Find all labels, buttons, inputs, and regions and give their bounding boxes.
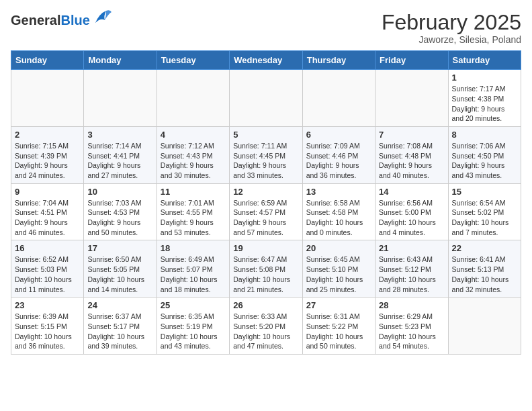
- day-info: Sunrise: 6:50 AM Sunset: 5:05 PM Dayligh…: [87, 255, 152, 294]
- calendar-cell: [157, 70, 229, 127]
- day-info: Sunrise: 6:37 AM Sunset: 5:17 PM Dayligh…: [87, 312, 152, 351]
- day-number: 19: [233, 243, 298, 253]
- calendar-table: SundayMondayTuesdayWednesdayThursdayFrid…: [11, 50, 521, 355]
- weekday-header-thursday: Thursday: [302, 51, 375, 70]
- calendar-cell: 18Sunrise: 6:49 AM Sunset: 5:07 PM Dayli…: [157, 240, 229, 298]
- day-number: 1: [452, 73, 517, 83]
- logo-text-general: General: [11, 13, 60, 28]
- calendar-cell: 6Sunrise: 7:09 AM Sunset: 4:46 PM Daylig…: [302, 126, 375, 183]
- page-title: February 2025: [382, 11, 521, 34]
- weekday-header-friday: Friday: [375, 51, 448, 70]
- day-number: 27: [306, 300, 371, 310]
- day-info: Sunrise: 7:04 AM Sunset: 4:51 PM Dayligh…: [15, 198, 80, 238]
- calendar-cell: 1Sunrise: 7:17 AM Sunset: 4:38 PM Daylig…: [448, 70, 521, 127]
- calendar-cell: 3Sunrise: 7:14 AM Sunset: 4:41 PM Daylig…: [84, 126, 157, 183]
- logo-bird-icon: [93, 8, 113, 30]
- calendar-cell: 24Sunrise: 6:37 AM Sunset: 5:17 PM Dayli…: [84, 298, 157, 355]
- calendar-cell: 19Sunrise: 6:47 AM Sunset: 5:08 PM Dayli…: [230, 240, 302, 298]
- day-number: 14: [379, 187, 444, 197]
- calendar-cell: 15Sunrise: 6:54 AM Sunset: 5:02 PM Dayli…: [448, 183, 521, 240]
- day-number: 12: [233, 187, 298, 197]
- day-info: Sunrise: 6:52 AM Sunset: 5:03 PM Dayligh…: [15, 255, 80, 294]
- day-number: 7: [379, 130, 444, 140]
- day-info: Sunrise: 6:58 AM Sunset: 4:58 PM Dayligh…: [306, 198, 371, 238]
- day-number: 13: [306, 187, 371, 197]
- calendar-cell: 27Sunrise: 6:31 AM Sunset: 5:22 PM Dayli…: [302, 298, 375, 355]
- day-info: Sunrise: 7:08 AM Sunset: 4:48 PM Dayligh…: [379, 141, 444, 181]
- calendar-cell: 28Sunrise: 6:29 AM Sunset: 5:23 PM Dayli…: [375, 298, 448, 355]
- day-info: Sunrise: 6:49 AM Sunset: 5:07 PM Dayligh…: [161, 255, 226, 294]
- day-number: 2: [15, 130, 80, 140]
- page-header: GeneralBlue February 2025 Jaworze, Siles…: [11, 11, 521, 45]
- day-number: 25: [161, 300, 226, 310]
- calendar-cell: [230, 70, 302, 127]
- day-info: Sunrise: 6:43 AM Sunset: 5:12 PM Dayligh…: [379, 255, 444, 294]
- day-number: 28: [379, 300, 444, 310]
- day-info: Sunrise: 7:14 AM Sunset: 4:41 PM Dayligh…: [87, 141, 152, 181]
- calendar-cell: 14Sunrise: 6:56 AM Sunset: 5:00 PM Dayli…: [375, 183, 448, 240]
- day-number: 9: [15, 187, 80, 197]
- weekday-header-monday: Monday: [84, 51, 157, 70]
- calendar-cell: 7Sunrise: 7:08 AM Sunset: 4:48 PM Daylig…: [375, 126, 448, 183]
- calendar-cell: 9Sunrise: 7:04 AM Sunset: 4:51 PM Daylig…: [11, 183, 84, 240]
- day-number: 22: [452, 243, 517, 253]
- day-number: 3: [87, 130, 152, 140]
- day-info: Sunrise: 7:09 AM Sunset: 4:46 PM Dayligh…: [306, 141, 371, 181]
- day-number: 17: [87, 243, 152, 253]
- calendar-cell: 16Sunrise: 6:52 AM Sunset: 5:03 PM Dayli…: [11, 240, 84, 298]
- day-number: 26: [233, 300, 298, 310]
- calendar-week-row: 9Sunrise: 7:04 AM Sunset: 4:51 PM Daylig…: [11, 183, 521, 240]
- calendar-cell: 8Sunrise: 7:06 AM Sunset: 4:50 PM Daylig…: [448, 126, 521, 183]
- calendar-week-row: 2Sunrise: 7:15 AM Sunset: 4:39 PM Daylig…: [11, 126, 521, 183]
- calendar-cell: [11, 70, 84, 127]
- calendar-cell: 5Sunrise: 7:11 AM Sunset: 4:45 PM Daylig…: [230, 126, 302, 183]
- day-number: 8: [452, 130, 517, 140]
- calendar-cell: [84, 70, 157, 127]
- calendar-cell: 2Sunrise: 7:15 AM Sunset: 4:39 PM Daylig…: [11, 126, 84, 183]
- day-info: Sunrise: 6:41 AM Sunset: 5:13 PM Dayligh…: [452, 255, 517, 294]
- calendar-cell: 21Sunrise: 6:43 AM Sunset: 5:12 PM Dayli…: [375, 240, 448, 298]
- day-info: Sunrise: 7:12 AM Sunset: 4:43 PM Dayligh…: [161, 141, 226, 181]
- calendar-cell: 17Sunrise: 6:50 AM Sunset: 5:05 PM Dayli…: [84, 240, 157, 298]
- calendar-cell: 20Sunrise: 6:45 AM Sunset: 5:10 PM Dayli…: [302, 240, 375, 298]
- day-info: Sunrise: 6:45 AM Sunset: 5:10 PM Dayligh…: [306, 255, 371, 294]
- calendar-week-row: 16Sunrise: 6:52 AM Sunset: 5:03 PM Dayli…: [11, 240, 521, 298]
- day-number: 16: [15, 243, 80, 253]
- day-number: 6: [306, 130, 371, 140]
- day-info: Sunrise: 6:47 AM Sunset: 5:08 PM Dayligh…: [233, 255, 298, 294]
- calendar-cell: [448, 298, 521, 355]
- day-number: 5: [233, 130, 298, 140]
- day-info: Sunrise: 6:33 AM Sunset: 5:20 PM Dayligh…: [233, 312, 298, 351]
- calendar-cell: [302, 70, 375, 127]
- calendar-cell: 22Sunrise: 6:41 AM Sunset: 5:13 PM Dayli…: [448, 240, 521, 298]
- weekday-header-sunday: Sunday: [11, 51, 84, 70]
- day-number: 21: [379, 243, 444, 253]
- day-info: Sunrise: 7:06 AM Sunset: 4:50 PM Dayligh…: [452, 141, 517, 181]
- weekday-header-row: SundayMondayTuesdayWednesdayThursdayFrid…: [11, 51, 521, 70]
- calendar-week-row: 23Sunrise: 6:39 AM Sunset: 5:15 PM Dayli…: [11, 298, 521, 355]
- day-info: Sunrise: 7:11 AM Sunset: 4:45 PM Dayligh…: [233, 141, 298, 181]
- day-number: 18: [161, 243, 226, 253]
- calendar-cell: 25Sunrise: 6:35 AM Sunset: 5:19 PM Dayli…: [157, 298, 229, 355]
- day-info: Sunrise: 7:03 AM Sunset: 4:53 PM Dayligh…: [87, 198, 152, 238]
- day-info: Sunrise: 6:35 AM Sunset: 5:19 PM Dayligh…: [161, 312, 226, 351]
- title-block: February 2025 Jaworze, Silesia, Poland: [382, 11, 521, 45]
- logo-text-blue: Blue: [60, 13, 89, 28]
- day-number: 4: [161, 130, 226, 140]
- weekday-header-wednesday: Wednesday: [230, 51, 302, 70]
- calendar-cell: 26Sunrise: 6:33 AM Sunset: 5:20 PM Dayli…: [230, 298, 302, 355]
- day-info: Sunrise: 6:54 AM Sunset: 5:02 PM Dayligh…: [452, 198, 517, 238]
- calendar-cell: 13Sunrise: 6:58 AM Sunset: 4:58 PM Dayli…: [302, 183, 375, 240]
- day-info: Sunrise: 7:17 AM Sunset: 4:38 PM Dayligh…: [452, 84, 517, 124]
- page-subtitle: Jaworze, Silesia, Poland: [382, 34, 521, 45]
- calendar-cell: 12Sunrise: 6:59 AM Sunset: 4:57 PM Dayli…: [230, 183, 302, 240]
- day-info: Sunrise: 6:29 AM Sunset: 5:23 PM Dayligh…: [379, 312, 444, 351]
- day-info: Sunrise: 6:56 AM Sunset: 5:00 PM Dayligh…: [379, 198, 444, 238]
- day-info: Sunrise: 6:31 AM Sunset: 5:22 PM Dayligh…: [306, 312, 371, 351]
- calendar-cell: 10Sunrise: 7:03 AM Sunset: 4:53 PM Dayli…: [84, 183, 157, 240]
- weekday-header-tuesday: Tuesday: [157, 51, 229, 70]
- calendar-cell: 23Sunrise: 6:39 AM Sunset: 5:15 PM Dayli…: [11, 298, 84, 355]
- logo: GeneralBlue: [11, 11, 113, 30]
- calendar-week-row: 1Sunrise: 7:17 AM Sunset: 4:38 PM Daylig…: [11, 70, 521, 127]
- day-info: Sunrise: 6:39 AM Sunset: 5:15 PM Dayligh…: [15, 312, 80, 351]
